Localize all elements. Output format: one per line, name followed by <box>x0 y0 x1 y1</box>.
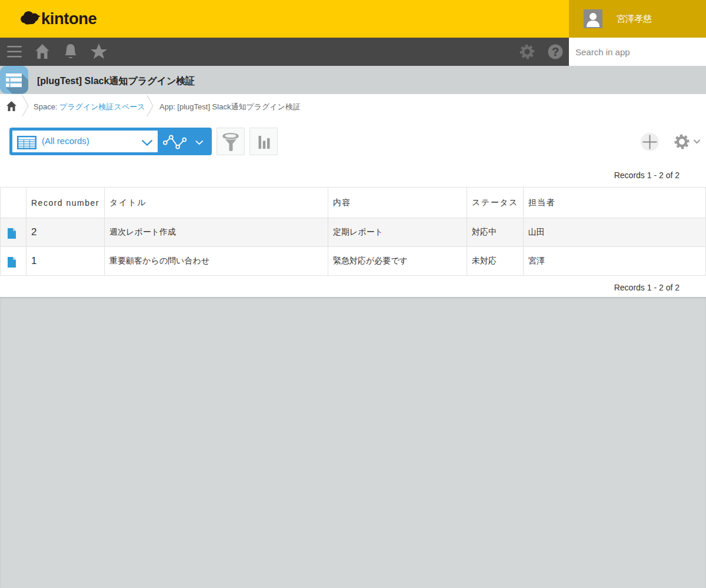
svg-text:?: ? <box>552 45 559 58</box>
svg-text:kintone: kintone <box>41 11 96 28</box>
